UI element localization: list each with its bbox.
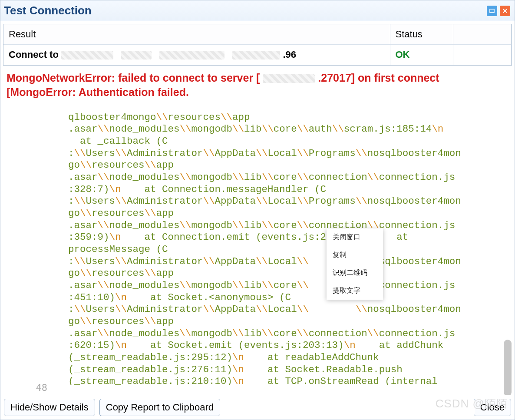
titlebar: Test Connection: [0, 0, 515, 21]
status-cell: OK: [390, 45, 453, 65]
line-gutter: 48: [3, 101, 51, 395]
table-header-row: Result Status: [3, 24, 512, 45]
scrollbar-thumb[interactable]: [504, 340, 512, 395]
dialog-title: Test Connection: [4, 4, 484, 17]
ctx-close-window[interactable]: 关闭窗口: [327, 228, 383, 246]
table-row[interactable]: Connect to .96 OK: [3, 45, 512, 65]
gutter-line-number: 48: [36, 382, 48, 393]
col-extra-header[interactable]: [453, 24, 512, 45]
close-icon[interactable]: [500, 6, 510, 16]
ctx-copy[interactable]: 复制: [327, 246, 383, 264]
result-cell: Connect to .96: [3, 45, 390, 65]
redacted-server: [263, 74, 315, 83]
results-table: Result Status Connect to .96 OK: [3, 24, 512, 66]
result-suffix: .96: [283, 49, 297, 60]
dialog-footer: Hide/Show Details Copy Report to Clipboa…: [0, 395, 515, 420]
error-line1a: MongoNetworkError: failed to connect to …: [7, 72, 260, 84]
error-line2: [MongoError: Authentication failed.: [7, 86, 189, 98]
redacted-ip-1: [61, 51, 113, 60]
error-line1b: .27017] on first connect: [318, 72, 439, 84]
svg-rect-0: [490, 9, 494, 13]
ctx-extract-text[interactable]: 提取文字: [327, 282, 383, 300]
minimize-icon[interactable]: [487, 6, 497, 16]
redacted-ip-2: [121, 51, 152, 60]
close-button[interactable]: Close: [474, 399, 511, 416]
redacted-ip-4: [232, 51, 280, 60]
result-prefix: Connect to: [9, 49, 61, 60]
copy-report-button[interactable]: Copy Report to Clipboard: [99, 399, 220, 416]
test-connection-dialog: Test Connection Result Status Connect to: [0, 0, 515, 420]
error-headline: MongoNetworkError: failed to connect to …: [3, 68, 512, 101]
stack-trace[interactable]: qlbooster4mongo\\resources\\app .asar\\n…: [51, 111, 512, 385]
col-result-header[interactable]: Result: [3, 24, 390, 45]
error-panel: MongoNetworkError: failed to connect to …: [0, 68, 515, 395]
ctx-scan-qr[interactable]: 识别二维码: [327, 264, 383, 282]
col-status-header[interactable]: Status: [390, 24, 453, 45]
context-menu: 关闭窗口 复制 识别二维码 提取文字: [327, 228, 383, 300]
extra-cell: [453, 45, 512, 65]
hide-show-details-button[interactable]: Hide/Show Details: [4, 399, 95, 416]
stack-trace-wrap: 48 qlbooster4mongo\\resources\\app .asar…: [3, 101, 512, 395]
redacted-ip-3: [159, 51, 224, 60]
